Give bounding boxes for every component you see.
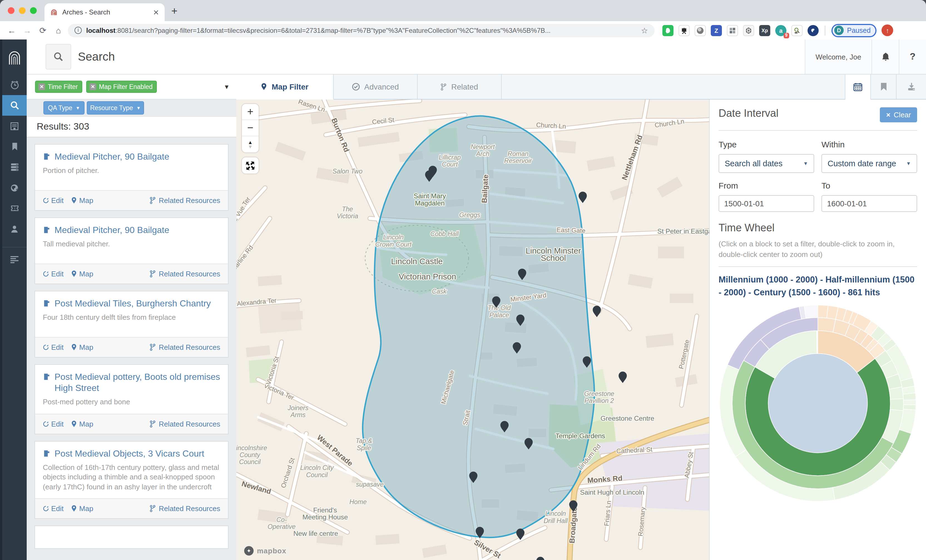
search-input[interactable]: Search	[78, 50, 805, 64]
new-tab-button[interactable]: +	[171, 5, 177, 17]
fullscreen-button[interactable]	[242, 157, 259, 174]
map-link[interactable]: Map	[71, 196, 94, 205]
help-button[interactable]: ?	[899, 39, 926, 74]
related-resources-link[interactable]: Related Resources	[150, 343, 220, 351]
time-wheel-segment[interactable]	[903, 393, 916, 400]
tab-related[interactable]: Related	[418, 74, 502, 99]
maximize-window-button[interactable]	[30, 7, 37, 14]
close-tab-icon[interactable]: ✕	[153, 8, 159, 17]
browser-tab[interactable]: Arches - Search ✕	[44, 3, 165, 21]
sidebar-item-search[interactable]	[2, 95, 27, 116]
remove-map-filter-icon[interactable]: ✕	[89, 83, 96, 90]
time-wheel-chart[interactable]	[719, 302, 917, 504]
result-title-link[interactable]: Medieval Pitcher, 90 Bailgate	[43, 225, 220, 236]
edit-link[interactable]: Edit	[43, 504, 64, 513]
home-icon[interactable]: ⌂	[52, 26, 65, 35]
sidebar-item-menu[interactable]	[2, 247, 27, 270]
address-bar[interactable]: i localhost:8081/search?paging-filter=1&…	[68, 24, 655, 37]
time-filter-badge[interactable]: ✕Time Filter	[35, 81, 82, 93]
result-title-link[interactable]: Medieval Pitcher, 90 Bailgate	[43, 151, 220, 162]
search-button[interactable]	[45, 44, 71, 70]
globe-extension-icon[interactable]	[808, 25, 819, 36]
edit-link[interactable]: Edit	[43, 343, 64, 351]
close-window-button[interactable]	[8, 7, 14, 14]
sidebar-item-recent-activity[interactable]	[2, 74, 27, 95]
related-resources-link[interactable]: Related Resources	[150, 419, 220, 428]
date-type-select[interactable]: Search all dates▼	[719, 154, 814, 173]
related-resources-link[interactable]: Related Resources	[150, 196, 220, 205]
time-wheel-center[interactable]	[768, 354, 868, 453]
tab-saved-searches[interactable]	[871, 74, 897, 99]
result-card[interactable]: Post Medieval Objects, 3 Vicars Court Co…	[35, 441, 228, 519]
map-filter-polygon[interactable]	[363, 116, 594, 537]
sidebar-item-map-layers[interactable]	[2, 177, 27, 198]
edit-link[interactable]: Edit	[43, 196, 64, 205]
arches-logo[interactable]	[2, 39, 27, 74]
filters-dropdown-caret-icon[interactable]: ▼	[224, 83, 230, 90]
resource-type-dropdown[interactable]: Resource Type▼	[87, 101, 144, 115]
sidebar-item-data-manager[interactable]	[2, 157, 27, 177]
sidebar-item-profile[interactable]	[2, 218, 27, 239]
result-title-link[interactable]: Post Medieval pottery, Boots old premise…	[43, 371, 220, 394]
result-card[interactable]: Post Medieval Tiles, Burghersh Chantry F…	[35, 291, 228, 357]
edit-link[interactable]: Edit	[43, 270, 64, 278]
minimize-window-button[interactable]	[19, 7, 26, 14]
zoom-out-button[interactable]: −	[242, 120, 259, 136]
result-card[interactable]: Medieval Pitcher, 90 Bailgate Portion of…	[35, 144, 228, 211]
result-card[interactable]: Post Medieval pottery, Boots old premise…	[35, 364, 228, 434]
time-wheel-segment[interactable]	[818, 305, 828, 318]
reload-icon[interactable]: ⟳	[37, 25, 49, 35]
qa-type-dropdown[interactable]: QA Type▼	[43, 101, 85, 115]
time-wheel-segment[interactable]	[889, 387, 903, 400]
magnifier-extension-icon[interactable]	[791, 25, 802, 36]
result-title-link[interactable]: Post Medieval Objects, 3 Vicars Court	[43, 448, 220, 459]
map-link[interactable]: Map	[71, 270, 94, 278]
zotero-icon[interactable]: Z	[711, 25, 722, 36]
sidebar-item-resource-manager[interactable]	[2, 136, 27, 157]
profile-paused-badge[interactable]: D Paused	[831, 24, 877, 37]
map-attribution[interactable]: ✦ mapbox	[244, 546, 286, 555]
time-wheel-segment[interactable]	[890, 399, 903, 411]
sidebar-item-provisional-edits[interactable]	[2, 198, 27, 218]
time-wheel-segment[interactable]	[818, 318, 836, 332]
geojson-io-icon[interactable]	[743, 25, 754, 36]
time-wheel-segment[interactable]	[903, 400, 916, 405]
back-icon[interactable]: ←	[6, 26, 18, 35]
map-canvas[interactable]: Rasen LnCecil StChurch LnChurch LnNettle…	[236, 100, 709, 560]
tab-advanced[interactable]: Advanced	[334, 74, 418, 99]
date-within-select[interactable]: Custom date range▼	[822, 154, 917, 173]
a-extension-icon[interactable]: a9	[775, 25, 787, 36]
clear-date-filter-button[interactable]: ×Clear	[880, 107, 917, 123]
sidebar-item-graph-manager[interactable]	[2, 116, 27, 136]
related-resources-link[interactable]: Related Resources	[150, 504, 220, 513]
map-link[interactable]: Map	[71, 343, 94, 351]
tab-map-filter[interactable]: Map Filter	[236, 74, 334, 100]
forward-icon[interactable]: →	[21, 26, 33, 35]
grid-extension-icon[interactable]	[727, 25, 738, 36]
map-filter-badge[interactable]: ✕Map Filter Enabled	[86, 81, 157, 93]
from-date-input[interactable]	[719, 195, 814, 212]
bookmark-star-icon[interactable]: ☆	[641, 26, 648, 35]
remove-time-filter-icon[interactable]: ✕	[38, 83, 45, 90]
easel-extension-icon[interactable]	[678, 25, 690, 36]
notifications-button[interactable]	[872, 39, 899, 74]
tab-export[interactable]	[897, 74, 926, 99]
edit-link[interactable]: Edit	[43, 419, 64, 428]
site-info-icon[interactable]: i	[74, 27, 82, 34]
result-card-partial[interactable]	[35, 525, 228, 549]
xpath-extension-icon[interactable]: Xp	[759, 25, 770, 36]
welcome-user-button[interactable]: Welcome, Joe	[805, 39, 872, 74]
result-title-link[interactable]: Post Medieval Tiles, Burghersh Chantry	[43, 298, 220, 309]
update-browser-icon[interactable]: ↑	[882, 24, 893, 36]
result-card[interactable]: Medieval Pitcher, 90 Bailgate Tall medie…	[35, 218, 228, 284]
compass-control[interactable]: ▲ ▼	[242, 136, 259, 152]
circle-extension-icon[interactable]	[694, 25, 706, 36]
zoom-in-button[interactable]: +	[242, 104, 259, 120]
to-date-input[interactable]	[822, 195, 917, 212]
tab-time-filter[interactable]	[845, 74, 871, 100]
time-wheel-segment[interactable]	[804, 305, 818, 318]
related-resources-link[interactable]: Related Resources	[150, 270, 220, 278]
time-wheel-segment[interactable]	[816, 331, 818, 354]
map-link[interactable]: Map	[71, 504, 94, 513]
map-link[interactable]: Map	[71, 419, 94, 428]
